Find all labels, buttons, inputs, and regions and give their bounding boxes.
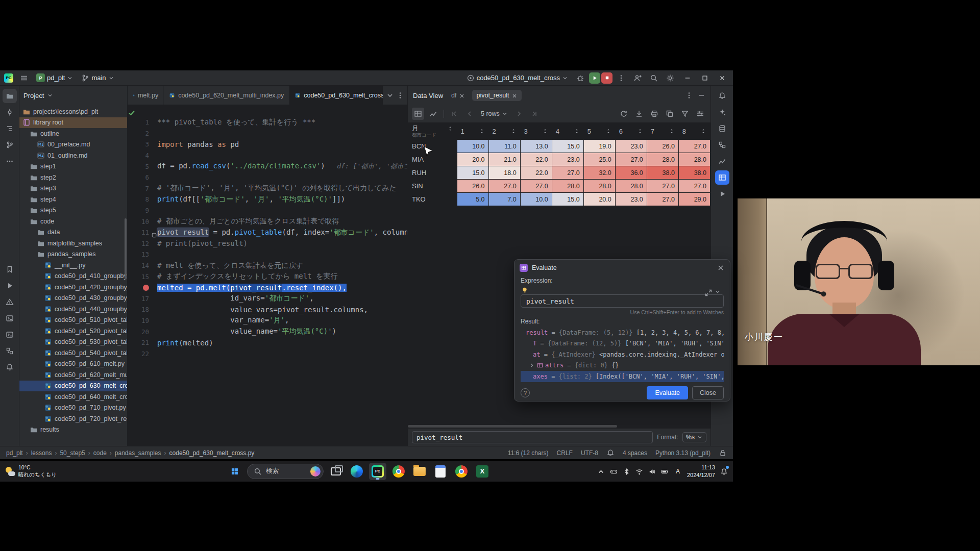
gutter-line-2[interactable]: 2 — [128, 130, 157, 137]
column-header-3[interactable]: 3 — [520, 123, 552, 140]
code-editor[interactable]: 1*** pivot_table を使って、集計を行う ***23import … — [128, 105, 407, 446]
code-line-18[interactable]: 18 value_vars=pivot_result.columns, — [128, 304, 407, 315]
tool-button-python-console[interactable] — [3, 328, 17, 342]
tree-item-code50_pd_610_melt.py[interactable]: code50_pd_610_melt.py — [19, 359, 127, 370]
cell[interactable]: 15.0 — [552, 193, 583, 206]
code-line-22[interactable]: 22 — [128, 348, 407, 359]
taskbar-search[interactable]: 検索 — [247, 464, 324, 479]
code-with-me-button[interactable] — [630, 72, 645, 84]
column-header-5[interactable]: 5 — [583, 123, 615, 140]
table-corner-header[interactable]: 月都市コード — [408, 123, 457, 140]
gutter-line-21[interactable]: 21 — [128, 339, 157, 346]
evaluate-button[interactable]: Evaluate — [647, 386, 688, 399]
cell[interactable]: 28.0 — [678, 153, 710, 166]
tool-button-commit[interactable] — [3, 105, 17, 119]
weather-widget[interactable]: 10°C 晴れのちくもり — [5, 464, 57, 478]
result-row-attrs[interactable]: attrs = {dict: 0} {} — [521, 360, 724, 371]
table-row-MIA[interactable]: MIA20.021.022.023.025.027.028.028.0 — [408, 153, 710, 166]
taskbar-app-chrome-2[interactable] — [453, 463, 470, 480]
tray-controller[interactable] — [610, 467, 618, 476]
code-line-6[interactable]: 6 — [128, 172, 407, 183]
cell[interactable]: 23.0 — [615, 140, 647, 153]
editor-tab-melt.py[interactable]: melt.py — [128, 86, 164, 105]
breadcrumb-item-pd_plt[interactable]: pd_plt — [6, 449, 23, 457]
breadcrumb-item-50_step5[interactable]: 50_step5 — [60, 449, 85, 457]
close-dialog-button[interactable]: Close — [692, 386, 724, 399]
taskbar-app-chrome[interactable] — [390, 463, 407, 480]
code-line-17[interactable]: 17 id_vars='都市コード', — [128, 293, 407, 305]
expression-input[interactable] — [521, 294, 724, 308]
cell[interactable]: 5.0 — [457, 193, 488, 206]
tray-chevron-up[interactable] — [597, 467, 605, 476]
taskbar-clock[interactable]: 11:13 2024/12/07 — [687, 464, 715, 479]
taskbar-app-pycharm[interactable]: PC — [369, 463, 386, 480]
column-header-4[interactable]: 4 — [552, 123, 583, 140]
dataframe-table[interactable]: 月都市コード12345678BCN10.011.013.015.019.023.… — [408, 122, 710, 206]
prev-page-button[interactable] — [463, 108, 476, 120]
gutter-line-22[interactable]: 22 — [128, 350, 157, 358]
tool-button-project-folder[interactable] — [3, 89, 17, 103]
table-row-BCN[interactable]: BCN10.011.013.015.019.023.026.027.0 — [408, 140, 710, 153]
tree-item-library-root[interactable]: library root — [19, 117, 127, 129]
column-header-6[interactable]: 6 — [615, 123, 647, 140]
python-interpreter[interactable]: Python 3.13 (pd_plt) — [655, 449, 710, 457]
result-row-T[interactable]: T = {DataFrame: (12, 5)} ['BCN', 'MIA', … — [521, 338, 724, 349]
editor-tab-code50_pd_620_melt_multi_index.py[interactable]: code50_pd_620_melt_multi_index.py — [164, 86, 289, 105]
gutter-line-1[interactable]: 1 — [128, 118, 157, 126]
gutter-line-17[interactable]: 17 — [128, 295, 157, 303]
gutter-line-13[interactable]: 13 — [128, 251, 157, 258]
view-settings-button[interactable] — [694, 108, 706, 120]
result-row-axes[interactable]: axes = {list: 2} [Index(['BCN', 'MIA', '… — [521, 371, 724, 382]
copy-button[interactable] — [664, 108, 676, 120]
tree-item-code50_pd_710_pivot.py[interactable]: code50_pd_710_pivot.py — [19, 403, 127, 414]
tree-item-code50_pd_520_pivot_table_multi_...[interactable]: code50_pd_520_pivot_table_multi_... — [19, 325, 127, 337]
gutter-line-20[interactable]: 20 — [128, 328, 157, 336]
settings-button[interactable] — [663, 72, 678, 84]
tree-item-code[interactable]: code — [19, 216, 127, 227]
tree-item-01_outline.md[interactable]: 01_outline.md — [19, 150, 127, 161]
code-line-2[interactable]: 2 — [128, 128, 407, 139]
code-line-12[interactable]: 12# print(pivot_result) — [128, 238, 407, 249]
row-index-MIA[interactable]: MIA — [408, 153, 457, 166]
help-icon[interactable]: ? — [521, 388, 530, 397]
tool-button-notifications[interactable] — [3, 360, 17, 374]
row-index-BCN[interactable]: BCN — [408, 140, 457, 153]
minimize-button[interactable] — [679, 71, 696, 85]
tree-item-pandas_samples[interactable]: pandas_samples — [19, 249, 127, 260]
copilot-icon[interactable] — [310, 466, 321, 477]
caret-position[interactable]: 11:6 (12 chars) — [508, 449, 549, 457]
cell[interactable]: 25.0 — [583, 153, 615, 166]
cell[interactable]: 23.0 — [615, 193, 647, 206]
code-line-10[interactable]: 10# 都市ごとの、月ごとの平均気温をクロス集計表で取得 — [128, 216, 407, 227]
gutter-line-3[interactable]: 3 — [128, 140, 157, 148]
data-view-tab-df[interactable]: df — [447, 90, 469, 101]
cell[interactable]: 29.0 — [678, 193, 710, 206]
gutter-line-4[interactable]: 4 — [128, 152, 157, 159]
code-line-15[interactable]: 15# まずインデックスをリセットしてから melt を実行 — [128, 271, 407, 282]
main-menu-button[interactable] — [16, 72, 32, 84]
next-page-button[interactable] — [513, 108, 525, 120]
tree-item-step2[interactable]: step2 — [19, 172, 127, 183]
table-row-TKO[interactable]: TKO5.07.010.015.020.023.027.029.0 — [408, 193, 710, 206]
tool-button-terminal[interactable] — [3, 311, 17, 325]
row-index-SIN[interactable]: SIN — [408, 180, 457, 193]
notification-center-button[interactable] — [720, 467, 728, 476]
tray-battery[interactable] — [661, 467, 669, 476]
cell[interactable]: 28.0 — [647, 153, 678, 166]
gutter-line-8[interactable]: 8 — [128, 195, 157, 203]
code-line-4[interactable]: 4 — [128, 150, 407, 161]
code-line-20[interactable]: 20 value_name='平均気温(°C)') — [128, 326, 407, 337]
tree-item-code50_pd_440_groupby_amex.py[interactable]: code50_pd_440_groupby_amex.py — [19, 304, 127, 315]
project-scrollbar[interactable] — [125, 218, 127, 280]
breadcrumb-item-lessons[interactable]: lessons — [31, 449, 52, 457]
tool-button-build-tool[interactable] — [715, 138, 729, 152]
tool-button-run-anything[interactable] — [715, 187, 729, 201]
cell[interactable]: 36.0 — [615, 166, 647, 180]
tree-item-code50_pd_620_melt_multi_index.py[interactable]: code50_pd_620_melt_multi_index.py — [19, 369, 127, 381]
gutter-line-9[interactable]: 9 — [128, 207, 157, 214]
code-line-7[interactable]: 7# '都市コード', '月', '平均気温(°C)' の列を取得して出力してみ… — [128, 183, 407, 194]
tree-item-step1[interactable]: step1 — [19, 161, 127, 172]
taskbar-app-edge[interactable] — [348, 463, 365, 480]
run-button[interactable] — [589, 72, 600, 84]
cell[interactable]: 27.0 — [678, 180, 710, 193]
